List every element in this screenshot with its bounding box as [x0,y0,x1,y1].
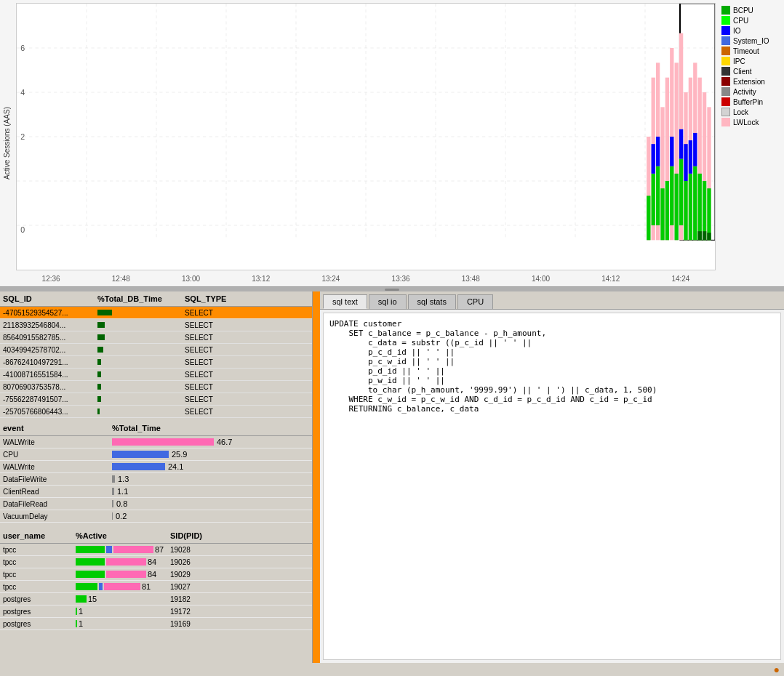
legend-item-client: Client [721,67,781,76]
tab-sql-text[interactable]: sql text [323,294,367,309]
sql-id-cell: -86762410497291... [0,358,95,367]
x-axis: 12:36 12:48 13:00 13:12 13:24 13:36 13:4… [13,270,719,286]
legend-label-system-io: System_IO [733,37,769,45]
right-panel: sql text sql io sql stats CPU UPDATE cus… [320,291,784,663]
user-sid-cell: 19029 [167,570,225,579]
user-active-pct: 15 [88,595,97,603]
chart-legend: BCPU CPU IO System_IO Timeout IPC [719,0,784,286]
event-bar: 25.9 [109,449,291,459]
event-name: DataFileRead [0,499,109,509]
event-row[interactable]: ClientRead 1.1 [0,486,312,498]
user-row[interactable]: postgres 1 19172 [0,605,312,618]
sql-type-cell: SELECT [182,308,240,318]
panel-resize-handle[interactable] [313,291,320,663]
sql-table-rows: -47051529354527... SELECT 21183932546804… [0,307,312,418]
legend-label-bcpu: BCPU [733,7,753,15]
legend-color-bufferpin [721,97,730,106]
event-row[interactable]: VacuumDelay 0.2 [0,510,312,523]
sql-bar-cell [95,332,182,342]
th-active: %Active [73,530,167,542]
user-sid-cell: 19169 [167,619,225,629]
legend-label-lwlock: LWLock [733,118,759,126]
table-row[interactable]: -25705766806443... SELECT [0,406,312,418]
svg-rect-53 [689,140,692,174]
table-row[interactable]: 40349942578702... SELECT [0,344,312,356]
th-pct-db-time: %Total_DB_Time [95,293,182,305]
event-pct: 1.1 [117,487,128,496]
user-row[interactable]: postgres 1 19169 [0,618,312,630]
sql-type-cell: SELECT [182,382,240,392]
legend-item-ipc: IPC [721,57,781,65]
event-row[interactable]: WALWrite 24.1 [0,461,312,473]
tab-sql-io[interactable]: sql io [369,294,407,309]
chart-area: Active Sessions (AAS) 6 4 2 0 [0,0,784,287]
sql-type-cell: SELECT [182,321,240,330]
svg-rect-45 [698,174,702,241]
user-row[interactable]: postgres 15 19182 [0,593,312,605]
sql-type-cell: SELECT [182,333,240,342]
x-tick-4: 13:24 [296,275,366,283]
user-active-bar: 81 [73,582,167,592]
user-name-cell: tpcc [0,582,73,592]
legend-item-timeout: Timeout [721,47,781,55]
svg-text:2: 2 [20,133,25,141]
user-row[interactable]: tpcc 87 19028 [0,544,312,556]
legend-item-lwlock: LWLock [721,118,781,126]
x-tick-1: 12:48 [86,275,156,283]
sql-table-header: SQL_ID %Total_DB_Time SQL_TYPE [0,291,312,307]
legend-color-io [721,26,730,35]
user-row[interactable]: tpcc 81 19027 [0,581,312,593]
event-row[interactable]: WALWrite 46.7 [0,436,312,448]
table-row[interactable]: 21183932546804... SELECT [0,319,312,331]
sql-id-cell: 80706903753578... [0,382,95,392]
svg-rect-34 [647,196,650,240]
user-row[interactable]: tpcc 84 19029 [0,568,312,581]
sql-id-cell: -25705766806443... [0,407,95,417]
legend-item-extension: Extension [721,77,781,86]
sql-type-cell: SELECT [182,395,240,404]
event-table-header: event %Total_Time [0,421,312,436]
user-section: user_name %Active SID(PID) tpcc 87 19028 [0,528,312,630]
sql-type-cell: SELECT [182,407,240,417]
svg-rect-35 [652,174,655,225]
user-name-cell: postgres [0,607,73,616]
table-row[interactable]: -86762410497291... SELECT [0,356,312,369]
legend-color-system-io [721,36,730,45]
svg-rect-49 [656,137,660,166]
x-tick-0: 12:36 [16,275,86,283]
table-row[interactable]: 85640915582785... SELECT [0,331,312,344]
sql-bar-cell [95,394,182,404]
event-row[interactable]: DataFileWrite 1.3 [0,473,312,486]
user-active-bar: 15 [73,594,167,604]
user-name-cell: postgres [0,619,73,629]
th-user-name: user_name [0,530,73,542]
event-row[interactable]: CPU 25.9 [0,448,312,461]
table-row[interactable]: -47051529354527... SELECT [0,307,312,319]
svg-rect-52 [684,144,687,181]
table-row[interactable]: -75562287491507... SELECT [0,393,312,406]
table-row[interactable]: -41008716551584... SELECT [0,369,312,381]
event-row[interactable]: DataFileRead 0.8 [0,498,312,510]
svg-rect-54 [693,133,697,166]
legend-color-client [721,67,730,76]
legend-label-cpu: CPU [733,17,748,25]
legend-item-bufferpin: BufferPin [721,97,781,106]
tab-cpu[interactable]: CPU [457,294,493,309]
svg-rect-55 [707,233,711,240]
user-row[interactable]: tpcc 84 19026 [0,556,312,568]
chart-svg-element: 6 4 2 0 [17,4,715,270]
user-active-pct: 84 [148,558,156,566]
event-pct: 0.8 [116,499,127,508]
sql-id-cell: -47051529354527... [0,308,95,318]
table-row[interactable]: 80706903753578... SELECT [0,381,312,393]
legend-item-lock: Lock [721,108,781,116]
legend-color-lock [721,108,730,116]
tab-sql-stats[interactable]: sql stats [408,294,456,309]
event-name: VacuumDelay [0,512,109,521]
x-tick-2: 13:00 [156,275,225,283]
event-name: DataFileWrite [0,475,109,484]
sql-id-cell: 21183932546804... [0,321,95,330]
legend-label-io: IO [733,27,741,35]
x-tick-7: 14:00 [505,275,575,283]
legend-color-activity [721,87,730,96]
